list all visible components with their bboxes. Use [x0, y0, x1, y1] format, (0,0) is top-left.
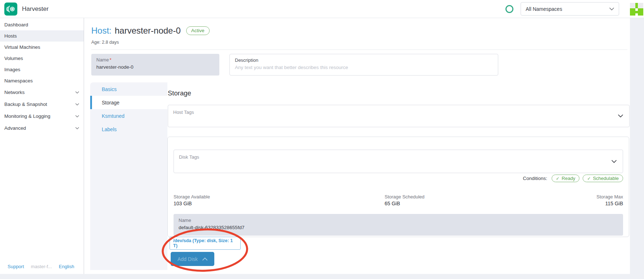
main-content: Host: harvester-node-0 Active Age: 2.8 d… [84, 18, 630, 274]
sidebar-item-advanced[interactable]: Advanced [0, 122, 84, 134]
name-field-value: harvester-node-0 [96, 64, 214, 70]
header-divider [91, 50, 627, 50]
age-text: Age: 2.8 days [91, 40, 119, 45]
tab-basics[interactable]: Basics [90, 82, 167, 96]
host-tags-select[interactable]: Host Tags [168, 105, 630, 127]
name-field: Name* harvester-node-0 [91, 54, 219, 76]
disk-name-value: default-disk-632833528655fd7 [179, 225, 618, 230]
host-tags-label: Host Tags [173, 110, 624, 115]
chevron-down-icon [75, 91, 79, 94]
sidebar-item-label: Images [4, 67, 20, 72]
condition-badge-ready: ✓ Ready [552, 175, 580, 182]
storage-heading: Storage [168, 89, 191, 97]
chevron-down-icon [75, 127, 79, 129]
tab-storage[interactable]: Storage [90, 96, 167, 109]
disk-tags-label: Disk Tags [179, 154, 618, 160]
stat-label: Storage Max [596, 194, 623, 199]
sidebar-item-dashboard[interactable]: Dashboard [0, 19, 84, 30]
disk-tags-select[interactable]: Disk Tags [174, 150, 623, 173]
tab-labels[interactable]: Labels [90, 123, 167, 136]
name-field-label: Name* [96, 57, 214, 63]
namespace-selector-value: All Namespaces [526, 6, 562, 12]
sidebar-item-volumes[interactable]: Volumes [0, 53, 84, 64]
add-disk-menu-option-dev-sda[interactable]: /dev/sda (Type: disk, Size: 1 T) [170, 237, 241, 250]
sidebar-item-label: Hosts [4, 33, 17, 39]
chevron-up-icon [202, 257, 207, 261]
sidebar-item-virtual-machines[interactable]: Virtual Machines [0, 42, 84, 53]
condition-label: Ready [562, 176, 575, 181]
language-link[interactable]: English [59, 264, 74, 269]
support-link[interactable]: Support [8, 264, 24, 269]
condition-badge-schedulable: ✓ Schedulable [583, 175, 623, 182]
condition-label: Schedulable [593, 176, 619, 181]
chevron-down-icon [609, 8, 614, 10]
stat-value: 115 GiB [596, 201, 623, 206]
sidebar-item-label: Dashboard [4, 22, 28, 27]
description-placeholder: Any text you want that better describes … [235, 65, 493, 70]
disk-name-label: Name [179, 218, 618, 223]
required-marker: * [110, 57, 111, 63]
tab-ksmtuned[interactable]: Ksmtuned [90, 109, 167, 123]
conditions-label: Conditions: [523, 176, 547, 181]
chevron-down-icon [75, 103, 79, 106]
check-icon: ✓ [556, 176, 560, 181]
sidebar-nav: Dashboard Hosts Virtual Machines Volumes… [0, 18, 84, 274]
sidebar-item-label: Namespaces [4, 78, 33, 83]
avatar-pixel [635, 3, 638, 8]
avatar-pixel [635, 8, 638, 11]
harvester-logo-icon [6, 4, 16, 14]
sidebar-item-networks[interactable]: Networks [0, 86, 84, 98]
stat-value: 65 GiB [385, 201, 425, 206]
sidebar-item-label: Advanced [4, 125, 26, 131]
age-value: 2.8 days [102, 40, 119, 45]
disk-name-field: Name default-disk-632833528655fd7 [174, 214, 623, 236]
add-disk-button[interactable]: Add Disk [171, 252, 214, 266]
stat-storage-available: Storage Available 103 GiB [174, 194, 210, 206]
stat-storage-scheduled: Storage Scheduled 65 GiB [385, 194, 425, 206]
sidebar-item-label: Virtual Machines [4, 44, 40, 50]
status-badge: Active [186, 26, 210, 35]
sidebar-item-namespaces[interactable]: Namespaces [0, 75, 84, 86]
sidebar-item-monitoring-logging[interactable]: Monitoring & Logging [0, 110, 84, 122]
sidebar-item-images[interactable]: Images [0, 64, 84, 75]
avatar-pixel [630, 3, 635, 8]
page-title: Host: harvester-node-0 Active [91, 26, 210, 36]
stat-label: Storage Available [174, 194, 210, 199]
chevron-down-icon [612, 160, 617, 163]
age-label: Age: [91, 40, 101, 45]
brand-title: Harvester [22, 0, 49, 18]
sidebar-item-backup-snapshot[interactable]: Backup & Snapshot [0, 98, 84, 110]
stat-label: Storage Scheduled [385, 194, 425, 199]
disk-group-box: Disk Tags Conditions: ✓ Ready ✓ Schedula… [167, 137, 629, 237]
name-label-text: Name [96, 57, 109, 63]
harvester-logo[interactable] [4, 3, 17, 16]
chevron-down-icon [618, 115, 623, 118]
stat-storage-max: Storage Max 115 GiB [596, 194, 623, 206]
add-disk-button-label: Add Disk [178, 256, 198, 262]
namespace-selector[interactable]: All Namespaces [521, 2, 619, 16]
sidebar-item-label: Monitoring & Logging [4, 113, 51, 119]
resource-type-label: Host: [91, 26, 111, 36]
avatar-pixel [638, 3, 643, 8]
cluster-ring-icon [505, 5, 513, 13]
harvester-app: Harvester All Namespaces Dashboard Hosts… [0, 0, 644, 279]
check-icon: ✓ [587, 176, 591, 181]
avatar-pixel [635, 13, 638, 16]
sidebar-item-label: Networks [4, 90, 25, 95]
storage-stats: Storage Available 103 GiB Storage Schedu… [174, 194, 623, 210]
version-label: master-f... [31, 264, 52, 269]
description-field-label: Description [235, 57, 493, 63]
chevron-down-icon [75, 115, 79, 117]
conditions-row: Conditions: ✓ Ready ✓ Schedulable [523, 175, 623, 182]
stat-value: 103 GiB [174, 201, 210, 206]
sidebar-footer: Support master-f... English [8, 264, 74, 269]
top-header: Harvester All Namespaces [0, 0, 644, 18]
sidebar-item-label: Volumes [4, 56, 23, 61]
resource-name: harvester-node-0 [115, 26, 181, 36]
form-tabs: Basics Storage Ksmtuned Labels [90, 82, 167, 270]
sidebar-item-hosts[interactable]: Hosts [0, 30, 84, 42]
sidebar-item-label: Backup & Snapshot [4, 102, 47, 107]
user-avatar[interactable] [630, 2, 643, 16]
description-field[interactable]: Description Any text you want that bette… [229, 54, 498, 76]
